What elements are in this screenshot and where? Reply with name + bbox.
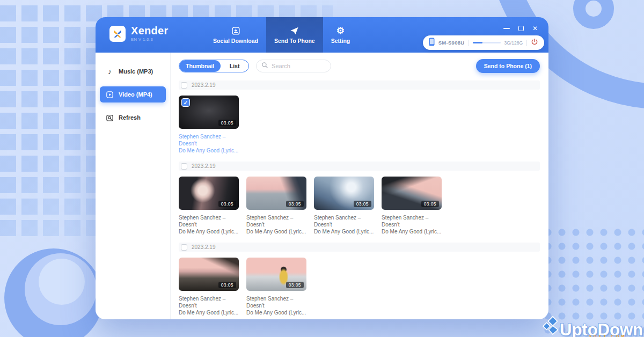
video-title: Stephen Sanchez – Doesn't Do Me Any Good…	[179, 295, 239, 316]
tab-social-download[interactable]: Social Download	[205, 17, 266, 53]
xender-logo-icon	[109, 26, 126, 42]
video-card[interactable]: 03:05 Stephen Sanchez – Doesn't Do Me An…	[382, 177, 442, 235]
app-version: EN V 1.0.3	[131, 37, 169, 42]
video-card[interactable]: 03:05 Stephen Sanchez – Doesn't Do Me An…	[179, 177, 239, 235]
select-all-checkbox[interactable]	[181, 163, 187, 170]
storage-text: 3G/128G	[504, 40, 523, 46]
tab-label: Setting	[331, 38, 350, 44]
main-tabs: Social Download Send To Phone ⚙ Setting	[205, 17, 358, 53]
uptodown-watermark: UptoDown SOFT.COM	[543, 316, 643, 337]
decor-circle-outer	[4, 248, 103, 337]
phone-icon	[429, 38, 435, 48]
video-thumbnail[interactable]: 03:05	[246, 177, 306, 210]
video-grid-row: ✓ 03:05 Stephen Sanchez – Doesn't Do Me …	[179, 96, 540, 154]
video-card[interactable]: 03:05 Stephen Sanchez – Doesn't Do Me An…	[246, 258, 306, 316]
device-name: SM-S908U	[438, 40, 465, 46]
video-play-icon	[106, 91, 114, 99]
uptodown-text: UptoDown SOFT.COM	[560, 322, 643, 337]
video-card[interactable]: 03:05 Stephen Sanchez – Doesn't Do Me An…	[246, 177, 306, 235]
download-icon	[231, 26, 240, 35]
close-button[interactable]: ✕	[532, 25, 538, 32]
search-input[interactable]	[272, 63, 325, 69]
video-thumbnail[interactable]: 03:05	[314, 177, 374, 210]
select-all-checkbox[interactable]	[181, 82, 187, 89]
window-controls: ✕	[503, 25, 538, 32]
decor-circle-inner	[39, 259, 85, 305]
video-title: Stephen Sanchez – Doesn't Do Me Any Good…	[179, 214, 239, 235]
tab-setting[interactable]: ⚙ Setting	[323, 17, 358, 53]
search-icon	[261, 61, 268, 71]
date-label: 2023.2.19	[192, 244, 216, 250]
tab-label: Social Download	[213, 38, 258, 44]
disconnect-power-icon[interactable]	[531, 38, 538, 48]
video-card[interactable]: ✓ 03:05 Stephen Sanchez – Doesn't Do Me …	[179, 96, 239, 154]
sidebar-item-label: Refresh	[119, 114, 141, 121]
send-to-phone-button[interactable]: Send to Phone (1)	[476, 59, 540, 73]
duration-badge: 03:05	[421, 201, 439, 207]
duration-badge: 03:05	[286, 282, 304, 288]
video-card[interactable]: 03:05 Stephen Sanchez – Doesn't Do Me An…	[179, 258, 239, 316]
folder-search-icon	[106, 114, 114, 122]
video-card[interactable]: 03:05 Stephen Sanchez – Doesn't Do Me An…	[314, 177, 374, 235]
storage-progress-bar	[473, 42, 501, 43]
divider	[469, 40, 469, 46]
app-header: Xender EN V 1.0.3 Social Download	[96, 17, 548, 53]
duration-badge: 03:05	[354, 201, 371, 207]
video-thumbnail[interactable]: 03:05	[179, 258, 239, 291]
view-thumbnail-button[interactable]: Thumbnail	[179, 60, 221, 72]
app-title: Xender	[131, 25, 169, 36]
sidebar: ♪ Music (MP3) Video (MP4)	[96, 53, 171, 319]
selected-check-icon[interactable]: ✓	[181, 98, 190, 107]
video-thumbnail[interactable]: 03:05	[246, 258, 306, 291]
brand: Xender EN V 1.0.3	[109, 25, 169, 42]
brand-text: Xender EN V 1.0.3	[131, 25, 169, 42]
tab-send-to-phone[interactable]: Send To Phone	[266, 17, 323, 53]
connected-device-pill: SM-S908U 3G/128G	[423, 35, 544, 50]
sidebar-item-refresh[interactable]: Refresh	[100, 109, 166, 126]
minimize-button[interactable]	[503, 28, 510, 29]
duration-badge: 03:05	[286, 201, 304, 207]
app-body: ♪ Music (MP3) Video (MP4)	[96, 53, 548, 319]
search-box[interactable]	[256, 60, 331, 72]
decor-circle-mid	[25, 253, 97, 325]
video-grid-row: 03:05 Stephen Sanchez – Doesn't Do Me An…	[179, 258, 540, 316]
music-note-icon: ♪	[106, 68, 114, 75]
sidebar-item-music[interactable]: ♪ Music (MP3)	[100, 63, 166, 79]
view-list-button[interactable]: List	[221, 60, 248, 72]
decor-ring-small	[573, 0, 614, 29]
date-group-header: 2023.2.19	[179, 243, 540, 252]
video-title: Stephen Sanchez – Doesn't Do Me Any Good…	[382, 214, 442, 235]
video-title: Stephen Sanchez – Doesn't Do Me Any Good…	[246, 295, 306, 316]
divider	[526, 40, 527, 46]
app-window: Xender EN V 1.0.3 Social Download	[96, 17, 548, 319]
date-label: 2023.2.19	[192, 163, 216, 169]
tab-label: Send To Phone	[274, 38, 315, 44]
maximize-button[interactable]	[518, 26, 524, 31]
video-thumbnail[interactable]: ✓ 03:05	[179, 96, 239, 129]
view-toggle: Thumbnail List	[179, 60, 249, 72]
date-group-header: 2023.2.19	[179, 162, 540, 171]
sidebar-item-label: Music (MP3)	[119, 68, 153, 75]
sidebar-item-video[interactable]: Video (MP4)	[100, 86, 166, 102]
video-thumbnail[interactable]: 03:05	[179, 177, 239, 210]
duration-badge: 03:05	[218, 201, 236, 207]
video-title: Stephen Sanchez – Doesn't Do Me Any Good…	[179, 133, 239, 154]
gear-icon: ⚙	[336, 26, 345, 35]
video-title: Stephen Sanchez – Doesn't Do Me Any Good…	[246, 214, 306, 235]
watermark-subtitle: SOFT.COM	[589, 334, 627, 337]
video-grid-row: 03:05 Stephen Sanchez – Doesn't Do Me An…	[179, 177, 540, 235]
select-all-checkbox[interactable]	[181, 244, 187, 251]
date-group-header: 2023.2.19	[179, 80, 540, 90]
video-title: Stephen Sanchez – Doesn't Do Me Any Good…	[314, 214, 374, 235]
duration-badge: 03:05	[218, 282, 236, 288]
date-label: 2023.2.19	[192, 82, 216, 88]
duration-badge: 03:05	[218, 120, 236, 126]
sidebar-item-label: Video (MP4)	[119, 91, 152, 98]
video-thumbnail[interactable]: 03:05	[382, 177, 442, 210]
content-panel: Thumbnail List Send to Phone (1) 2023.2.…	[171, 53, 548, 319]
toolbar: Thumbnail List Send to Phone (1)	[179, 59, 540, 73]
paper-plane-icon	[289, 26, 299, 35]
